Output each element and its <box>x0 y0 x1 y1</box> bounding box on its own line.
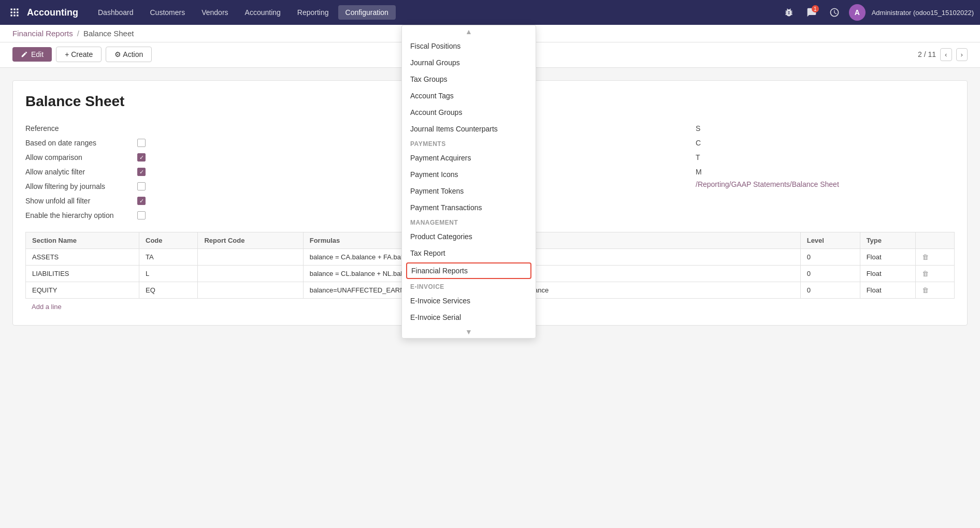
cell-delete[interactable]: 🗑 <box>915 249 954 266</box>
label-analytic: Allow analytic filter <box>25 166 129 176</box>
cell-code: EQ <box>139 282 198 299</box>
svg-rect-5 <box>17 11 18 13</box>
dropdown-item-journal-groups[interactable]: Journal Groups <box>402 54 536 71</box>
dropdown-item-account-tags[interactable]: Account Tags <box>402 87 536 104</box>
svg-rect-2 <box>17 9 18 10</box>
dropdown-section-label-2: Management <box>402 216 536 228</box>
dropdown-item-product-categories[interactable]: Product Categories <box>402 228 536 245</box>
checkbox-analytic[interactable] <box>137 168 146 176</box>
nav-customers[interactable]: Customers <box>143 5 193 20</box>
right-field-3: T <box>696 151 955 162</box>
cell-report-code <box>198 249 303 266</box>
cell-level: 0 <box>800 266 860 282</box>
pagination-text: 2 / 11 <box>918 50 936 58</box>
prev-page-button[interactable]: ‹ <box>940 48 952 61</box>
user-avatar[interactable]: A <box>849 4 866 21</box>
cell-level: 0 <box>800 282 860 299</box>
label-hierarchy: Enable the hierarchy option <box>25 209 129 219</box>
dropdown-item-payment-transactions[interactable]: Payment Transactions <box>402 199 536 216</box>
checkbox-hierarchy[interactable] <box>137 211 146 219</box>
label-reference: Reference <box>25 122 129 133</box>
edit-button[interactable]: Edit <box>12 47 52 62</box>
nav-accounting[interactable]: Accounting <box>238 5 288 20</box>
apps-menu-icon[interactable] <box>6 4 23 21</box>
dropdown-item-e-invoice-services[interactable]: E-Invoice Services <box>402 292 536 309</box>
svg-rect-3 <box>11 11 12 13</box>
dropdown-item-payment-tokens[interactable]: Payment Tokens <box>402 183 536 199</box>
checkbox-journals[interactable] <box>137 182 146 190</box>
dropdown-item-e-invoice-serial[interactable]: E-Invoice Serial <box>402 309 536 326</box>
svg-rect-8 <box>17 14 18 16</box>
col-level: Level <box>800 232 860 249</box>
next-page-button[interactable]: › <box>956 48 968 61</box>
field-journals: Allow filtering by journals <box>25 180 675 190</box>
scroll-down-indicator: ▼ <box>402 326 536 338</box>
col-type: Type <box>860 232 915 249</box>
svg-rect-7 <box>13 14 15 16</box>
dropdown-item-tax-report[interactable]: Tax Report <box>402 245 536 261</box>
label-comparison: Allow comparison <box>25 151 129 162</box>
add-line-link[interactable]: Add a line <box>25 301 68 313</box>
dropdown-item-financial-reports[interactable]: Financial Reports <box>406 262 531 279</box>
dropdown-section-label-3: E-Invoice <box>402 280 536 292</box>
cell-code: TA <box>139 249 198 266</box>
breadcrumb-separator: / <box>77 29 79 38</box>
svg-rect-1 <box>13 9 15 10</box>
form-fields-right: S C T M /Reporting/GAAP Statements/Balan… <box>696 122 955 224</box>
nav-right: 1 A Administrator (odoo15_15102022) <box>781 4 974 21</box>
pagination: 2 / 11 ‹ › <box>918 48 968 61</box>
dropdown-item-fiscal-positions[interactable]: Fiscal Positions <box>402 38 536 54</box>
dropdown-item-journal-items-counterparts[interactable]: Journal Items Counterparts <box>402 121 536 137</box>
form-fields-left: Reference Based on date ranges Allow com… <box>25 122 675 224</box>
create-button[interactable]: + Create <box>56 47 102 62</box>
nav-items: Dashboard Customers Vendors Accounting R… <box>91 5 781 20</box>
bug-icon-btn[interactable] <box>781 4 797 21</box>
breadcrumb-parent[interactable]: Financial Reports <box>12 29 73 38</box>
cell-formula: balance = CA.balance + FA.balance + PNCA… <box>303 249 800 266</box>
clock-icon-btn[interactable] <box>826 4 843 21</box>
dropdown-section-label-1: Payments <box>402 137 536 150</box>
col-code: Code <box>139 232 198 249</box>
message-badge: 1 <box>812 5 819 12</box>
nav-configuration[interactable]: Configuration <box>338 5 396 20</box>
menu-path[interactable]: /Reporting/GAAP Statements/Balance Sheet <box>696 180 955 188</box>
nav-vendors[interactable]: Vendors <box>194 5 235 20</box>
messages-icon-btn[interactable]: 1 <box>803 4 820 21</box>
dropdown-item-account-groups[interactable]: Account Groups <box>402 104 536 121</box>
right-field-menu: /Reporting/GAAP Statements/Balance Sheet <box>696 180 955 188</box>
cell-delete[interactable]: 🗑 <box>915 282 954 299</box>
field-hierarchy: Enable the hierarchy option <box>25 209 675 219</box>
scroll-up-indicator: ▲ <box>402 25 536 38</box>
cell-name: EQUITY <box>26 282 139 299</box>
checkbox-unfold[interactable] <box>137 197 146 205</box>
label-journals: Allow filtering by journals <box>25 180 129 190</box>
top-navigation: Accounting Dashboard Customers Vendors A… <box>0 0 980 25</box>
right-field-2: C <box>696 137 955 147</box>
field-analytic: Allow analytic filter <box>25 166 675 176</box>
checkbox-comparison[interactable] <box>137 153 146 162</box>
field-date-ranges: Based on date ranges <box>25 137 675 147</box>
label-date-ranges: Based on date ranges <box>25 137 129 147</box>
cell-delete[interactable]: 🗑 <box>915 266 954 282</box>
dropdown-item-tax-groups[interactable]: Tax Groups <box>402 71 536 87</box>
cell-formula: balance=UNAFFECTED_EARNINGS.balance+RETA… <box>303 282 800 299</box>
action-button[interactable]: ⚙ Action <box>106 47 152 62</box>
breadcrumb-current: Balance Sheet <box>83 29 134 38</box>
right-field-4: M <box>696 166 955 176</box>
user-name[interactable]: Administrator (odoo15_15102022) <box>872 9 974 17</box>
col-report-code: Report Code <box>198 232 303 249</box>
nav-dashboard[interactable]: Dashboard <box>91 5 141 20</box>
dropdown-item-payment-acquirers[interactable]: Payment Acquirers <box>402 150 536 166</box>
nav-reporting[interactable]: Reporting <box>290 5 336 20</box>
col-actions <box>915 232 954 249</box>
dropdown-item-payment-icons[interactable]: Payment Icons <box>402 166 536 183</box>
field-reference: Reference <box>25 122 675 133</box>
checkbox-date-ranges[interactable] <box>137 139 146 147</box>
cell-type: Float <box>860 282 915 299</box>
cell-formula: balance = CL.balance + NL.balance <box>303 266 800 282</box>
cell-type: Float <box>860 249 915 266</box>
svg-rect-6 <box>11 14 12 16</box>
col-formulas: Formulas <box>303 232 800 249</box>
svg-rect-4 <box>13 11 15 13</box>
cell-code: L <box>139 266 198 282</box>
